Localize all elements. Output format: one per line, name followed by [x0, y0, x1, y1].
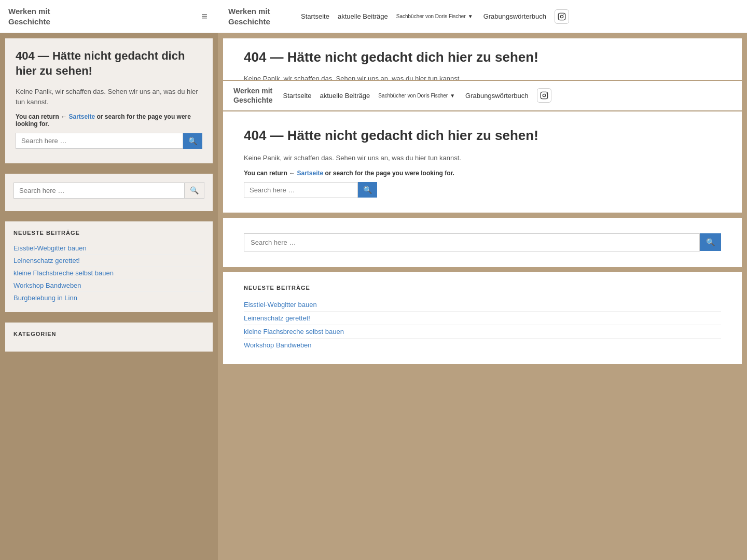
sidebar-header: Werken mit Geschichte ≡	[0, 0, 218, 33]
big-search-input[interactable]	[244, 233, 700, 251]
sidebar-search-box-2: 🔍	[13, 182, 204, 199]
main-card: 404 — Hätte nicht gedacht dich hier zu s…	[223, 111, 742, 212]
chevron-down-icon-1: ▼	[468, 13, 473, 19]
sidebar-link-1[interactable]: Eisstiel-Webgitter bauen	[13, 242, 204, 255]
instagram-icon-2[interactable]	[537, 88, 551, 103]
big-search-box: 🔍	[244, 233, 721, 251]
sidebar-search-button-1[interactable]: 🔍	[183, 133, 202, 149]
nav-sachbuecher-2[interactable]: Sachbücher von Doris Fischer ▼	[378, 93, 455, 99]
big-search-card: 🔍	[223, 218, 742, 267]
main-error-body: Keine Panik, wir schaffen das. Sehen wir…	[244, 153, 721, 163]
svg-point-5	[546, 93, 546, 94]
return-link[interactable]: Sartseite	[68, 113, 95, 120]
nav-sachbuecher-label-1: Sachbücher von Doris Fischer	[396, 13, 466, 19]
nav-aktuelle-1[interactable]: aktuelle Beiträge	[338, 12, 388, 20]
sidebar-neueste-widget: NEUESTE BEITRÄGE Eisstiel-Webgitter baue…	[5, 221, 213, 312]
sidebar-search-button-2[interactable]: 🔍	[185, 182, 204, 199]
main-content: Werken mitGeschichte Startseite aktuelle…	[218, 0, 747, 560]
nav-sachbuecher-label-2: Sachbücher von Doris Fischer	[378, 93, 448, 99]
sidebar-link-5[interactable]: Burgbelebung in Linn	[13, 292, 204, 304]
main-neueste-title: NEUESTE BEITRÄGE	[244, 285, 721, 291]
partial-card: 404 — Hätte nicht gedacht dich hier zu s…	[223, 38, 742, 80]
svg-rect-3	[541, 92, 547, 99]
chevron-down-icon-2: ▼	[450, 93, 455, 99]
panel-nav-site-title-2: Werken mitGeschichte	[233, 86, 272, 105]
main-return-text: You can return ← Sartseite or search for…	[244, 170, 721, 177]
partial-error-heading: 404 — Hätte nicht gedacht dich hier zu s…	[244, 49, 721, 66]
sidebar-404-box: 404 — Hätte nicht gedacht dich hier zu s…	[5, 38, 213, 163]
nav-aktuelle-2[interactable]: aktuelle Beiträge	[320, 92, 370, 100]
nav-links-1b: Grabungswörterbuch	[483, 9, 569, 24]
sidebar-search-input-1[interactable]	[16, 133, 183, 149]
main-link-1[interactable]: Eisstiel-Webgitter bauen	[244, 298, 721, 312]
nav-grabung-1[interactable]: Grabungswörterbuch	[483, 12, 546, 20]
content-area: 404 — Hätte nicht gedacht dich hier zu s…	[218, 33, 747, 560]
main-search-box: 🔍	[244, 182, 721, 198]
big-search-button[interactable]: 🔍	[700, 233, 721, 251]
sidebar-search-box-1: 🔍	[16, 133, 202, 149]
sidebar-return-text: You can return ← Sartseite or search for…	[16, 113, 202, 128]
main-search-input[interactable]	[244, 182, 358, 198]
sidebar: Werken mit Geschichte ≡ 404 — Hätte nich…	[0, 0, 218, 560]
sidebar-error-body: Keine Panik, wir schaffen das. Sehen wir…	[16, 87, 202, 107]
instagram-icon-1[interactable]	[555, 9, 569, 24]
sidebar-search-input-2[interactable]	[13, 183, 185, 199]
sidebar-link-2[interactable]: Leinenschatz gerettet!	[13, 255, 204, 267]
main-search-button[interactable]: 🔍	[358, 182, 377, 198]
panel-nav-links-2b: Grabungswörterbuch	[465, 88, 551, 103]
sidebar-kategorien-widget: KATEGORIEN	[5, 323, 213, 352]
hamburger-menu[interactable]: ≡	[199, 8, 210, 24]
return-arrow: ←	[61, 113, 68, 120]
nav-links-1: Startseite aktuelle Beiträge Sachbücher …	[301, 12, 473, 20]
nav-startseite-2[interactable]: Startseite	[283, 92, 311, 100]
sidebar-search-widget-2: 🔍	[5, 174, 213, 211]
main-error-heading: 404 — Hätte nicht gedacht dich hier zu s…	[244, 127, 721, 145]
main-neueste-links: Eisstiel-Webgitter bauen Leinenschatz ge…	[244, 298, 721, 352]
sidebar-link-3[interactable]: kleine Flachsbreche selbst bauen	[13, 267, 204, 279]
nav-grabung-2[interactable]: Grabungswörterbuch	[465, 92, 528, 100]
main-return-link[interactable]: Sartseite	[297, 170, 323, 177]
svg-point-2	[563, 14, 564, 15]
top-nav-1: Werken mitGeschichte Startseite aktuelle…	[218, 0, 747, 33]
main-return-before: You can return	[244, 170, 287, 177]
main-neueste-section: NEUESTE BEITRÄGE Eisstiel-Webgitter baue…	[223, 272, 742, 364]
main-link-3[interactable]: kleine Flachsbreche selbst bauen	[244, 325, 721, 339]
svg-point-4	[543, 94, 545, 97]
panel-nav-links-2: Startseite aktuelle Beiträge Sachbücher …	[283, 92, 455, 100]
sidebar-error-heading: 404 — Hätte nicht gedacht dich hier zu s…	[16, 49, 202, 78]
svg-point-1	[560, 15, 563, 18]
top-nav-site-title: Werken mitGeschichte	[228, 6, 290, 26]
main-link-4[interactable]: Workshop Bandweben	[244, 339, 721, 352]
main-return-arrow: ←	[289, 170, 297, 177]
nav-startseite-1[interactable]: Startseite	[301, 12, 329, 20]
panel-nav-2: Werken mitGeschichte Startseite aktuelle…	[223, 81, 742, 110]
sidebar-neueste-links: Eisstiel-Webgitter bauen Leinenschatz ge…	[13, 242, 204, 304]
sidebar-site-title: Werken mit Geschichte	[8, 6, 50, 26]
nav-sachbuecher-1[interactable]: Sachbücher von Doris Fischer ▼	[396, 13, 473, 19]
svg-rect-0	[558, 13, 565, 20]
sidebar-link-4[interactable]: Workshop Bandweben	[13, 279, 204, 292]
return-before: You can return	[16, 113, 59, 120]
main-link-2[interactable]: Leinenschatz gerettet!	[244, 312, 721, 325]
sidebar-kategorien-title: KATEGORIEN	[13, 331, 204, 337]
main-return-after: or search for the page you were looking …	[325, 170, 454, 177]
sidebar-neueste-title: NEUESTE BEITRÄGE	[13, 230, 204, 236]
